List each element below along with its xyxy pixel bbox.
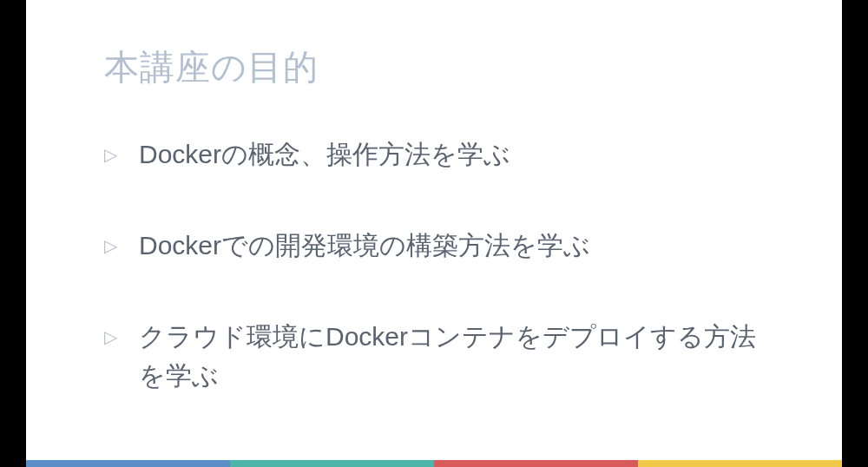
bar-segment-blue — [26, 460, 230, 467]
triangle-icon: ▷ — [104, 135, 139, 168]
list-item: ▷ Dockerでの開発環境の構築方法を学ぶ — [104, 226, 764, 265]
bullet-list: ▷ Dockerの概念、操作方法を学ぶ ▷ Dockerでの開発環境の構築方法を… — [104, 135, 764, 395]
triangle-icon: ▷ — [104, 317, 139, 350]
bar-segment-yellow — [638, 460, 842, 467]
bar-segment-red — [434, 460, 638, 467]
bullet-text: クラウド環境にDockerコンテナをデプロイする方法を学ぶ — [139, 317, 764, 395]
slide-title: 本講座の目的 — [104, 43, 764, 91]
decorative-bottom-bar — [26, 460, 842, 467]
bar-segment-teal — [230, 460, 434, 467]
bullet-text: Dockerでの開発環境の構築方法を学ぶ — [139, 226, 764, 265]
list-item: ▷ クラウド環境にDockerコンテナをデプロイする方法を学ぶ — [104, 317, 764, 395]
list-item: ▷ Dockerの概念、操作方法を学ぶ — [104, 135, 764, 174]
triangle-icon: ▷ — [104, 226, 139, 259]
slide-container: 本講座の目的 ▷ Dockerの概念、操作方法を学ぶ ▷ Dockerでの開発環… — [26, 0, 842, 460]
bullet-text: Dockerの概念、操作方法を学ぶ — [139, 135, 764, 174]
